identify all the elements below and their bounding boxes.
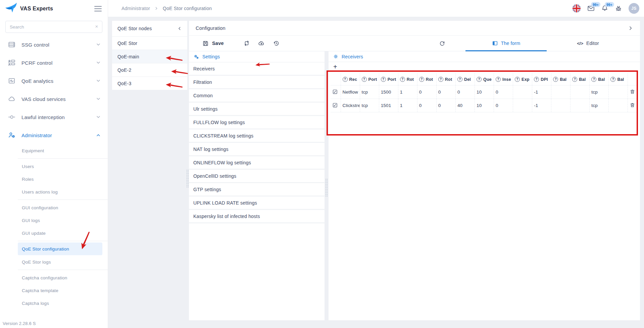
language-flag-icon[interactable] bbox=[572, 4, 581, 13]
delete-row-trash-icon[interactable] bbox=[630, 89, 635, 95]
sidebar-item-captcha-logs[interactable]: Captcha logs bbox=[0, 297, 108, 310]
help-icon[interactable]: ? bbox=[381, 77, 386, 82]
edit-row-icon[interactable] bbox=[332, 102, 338, 108]
help-icon[interactable]: ? bbox=[400, 77, 405, 82]
settings-item-gtp-settings[interactable]: GTP settings bbox=[189, 183, 325, 197]
nodes-panel-title: QoE Stor nodes bbox=[117, 26, 152, 31]
delete-row-trash-icon[interactable] bbox=[630, 102, 635, 108]
avatar[interactable]: JS bbox=[629, 3, 639, 14]
panel-resize-handle[interactable] bbox=[325, 178, 328, 197]
table-cell: tcp bbox=[590, 86, 609, 99]
help-icon[interactable]: ? bbox=[477, 77, 482, 82]
help-icon[interactable]: ? bbox=[610, 77, 615, 82]
bug-report-icon[interactable] bbox=[615, 5, 622, 12]
nodes-list: QoE StorQoE-mainQoE-2QoE-3 bbox=[112, 36, 187, 90]
node-item-qoe-3[interactable]: QoE-3 bbox=[112, 76, 187, 90]
receivers-table: ?Rec?Port?Port?Rot?Rot?Rot?Del?Que?Inse?… bbox=[331, 73, 637, 112]
analytics-icon bbox=[8, 77, 15, 85]
settings-item-uplink-load-rate-settings[interactable]: UPLINK LOAD RATE settings bbox=[189, 197, 325, 210]
column-header-dpi: ?DPI bbox=[532, 73, 551, 86]
settings-item-fullflow-log-settings[interactable]: FULLFLOW log settings bbox=[189, 116, 325, 129]
sidebar-item-ssg-control[interactable]: SSG control bbox=[0, 36, 108, 54]
add-receiver-button[interactable]: + bbox=[333, 63, 337, 70]
settings-item-clickstream-log-settings[interactable]: CLICKSTREAM log settings bbox=[189, 129, 325, 143]
search-input[interactable] bbox=[5, 21, 102, 33]
mail-icon[interactable]: 99+ bbox=[587, 5, 595, 12]
settings-item-kaspersky-list-of-infected-hosts[interactable]: Kaspersky list of infected hosts bbox=[189, 210, 325, 223]
help-icon[interactable]: ? bbox=[553, 77, 558, 82]
breadcrumb: Administrator QoE Stor configuration bbox=[108, 6, 212, 11]
settings-item-common[interactable]: Common bbox=[189, 89, 325, 103]
table-cell: 40 bbox=[455, 99, 475, 112]
sidebar-item-qoe-analytics[interactable]: QoE analytics bbox=[0, 72, 108, 90]
settings-item-onlineflow-log-settings[interactable]: ONLINEFLOW log settings bbox=[189, 156, 325, 170]
sidebar-item-captcha-template[interactable]: Captcha template bbox=[0, 284, 108, 297]
apply-to-nodes-icon[interactable] bbox=[243, 40, 250, 47]
help-icon[interactable]: ? bbox=[419, 77, 424, 82]
breadcrumb-section[interactable]: Administrator bbox=[121, 6, 150, 11]
table-cell bbox=[571, 86, 590, 99]
sidebar-item-qoe-stor-configuration[interactable]: QoE Stor configuration bbox=[18, 242, 102, 255]
sidebar-item-equipment[interactable]: Equipment bbox=[0, 144, 108, 157]
notifications-bell-icon[interactable]: 99+ bbox=[601, 5, 608, 12]
qoe-stor-nodes-panel: QoE Stor nodes QoE StorQoE-mainQoE-2QoE-… bbox=[112, 21, 187, 90]
settings-item-nat-log-settings[interactable]: NAT log settings bbox=[189, 143, 325, 156]
search-clear-icon[interactable]: × bbox=[94, 24, 99, 29]
settings-item-ulr-settings[interactable]: Ulr settings bbox=[189, 103, 325, 116]
sidebar-item-label: QoE analytics bbox=[21, 78, 96, 84]
column-header-port: ?Port bbox=[379, 73, 398, 86]
sidebar-item-lawful-interception[interactable]: Lawful interception bbox=[0, 108, 108, 126]
history-icon[interactable] bbox=[273, 40, 280, 47]
column-header-rot: ?Rot bbox=[417, 73, 436, 86]
sidebar-item-users-actions-log[interactable]: Users actions log bbox=[0, 185, 108, 198]
form-tab-icon bbox=[492, 40, 498, 46]
node-item-qoe-main[interactable]: QoE-main bbox=[112, 50, 187, 63]
receivers-panel: Receivers + ?Rec?Port?Port?Rot?Rot?Rot?D… bbox=[329, 51, 640, 320]
cloud-download-icon[interactable] bbox=[258, 40, 265, 47]
settings-item-filtration[interactable]: Filtration bbox=[189, 76, 325, 89]
panel-resize-handle[interactable] bbox=[186, 169, 189, 188]
expand-panel-chevron-icon[interactable] bbox=[628, 25, 633, 31]
help-icon[interactable]: ? bbox=[438, 77, 443, 82]
sidebar-item-qoe-stor-logs[interactable]: QoE Stor logs bbox=[0, 256, 108, 268]
sidebar-item-administrator[interactable]: Administrator bbox=[0, 126, 108, 144]
sidebar-item-roles[interactable]: Roles bbox=[0, 173, 108, 185]
collapse-panel-icon[interactable] bbox=[177, 26, 182, 31]
column-header-actions bbox=[628, 73, 637, 86]
column-header-rot: ?Rot bbox=[398, 73, 417, 86]
sidebar-item-gui-configuration[interactable]: GUI configuration bbox=[0, 201, 108, 214]
node-item-qoe-2[interactable]: QoE-2 bbox=[112, 63, 187, 76]
help-icon[interactable]: ? bbox=[515, 77, 520, 82]
sidebar-item-label: VAS cloud services bbox=[21, 96, 96, 102]
tab-the-form-label: The form bbox=[501, 41, 521, 46]
sidebar-item-captcha-configuration[interactable]: Captcha configuration bbox=[0, 271, 108, 284]
help-icon[interactable]: ? bbox=[457, 77, 462, 82]
help-icon[interactable]: ? bbox=[343, 77, 348, 82]
alerts-badge: 99+ bbox=[605, 2, 614, 7]
column-header-rot: ?Rot bbox=[436, 73, 455, 86]
sidebar-item-vas-cloud-services[interactable]: VAS cloud services bbox=[0, 90, 108, 108]
help-icon[interactable]: ? bbox=[496, 77, 501, 82]
edit-row-icon[interactable] bbox=[332, 89, 338, 95]
sidebar-item-gui-update[interactable]: GUI update bbox=[0, 227, 108, 239]
hamburger-menu-icon[interactable] bbox=[94, 6, 102, 11]
refresh-icon[interactable] bbox=[439, 40, 445, 47]
sidebar-item-users[interactable]: Users bbox=[0, 160, 108, 173]
submenu-divider bbox=[18, 200, 108, 200]
help-icon[interactable]: ? bbox=[534, 77, 539, 82]
topbar: Administrator QoE Stor configuration 99+… bbox=[108, 0, 644, 17]
save-button[interactable]: Save bbox=[202, 36, 224, 51]
sidebar-item-gui-logs[interactable]: GUI logs bbox=[0, 214, 108, 227]
sidebar-item-pcrf-control[interactable]: PCRF control bbox=[0, 54, 108, 72]
settings-item-receivers[interactable]: Receivers bbox=[189, 62, 325, 76]
help-icon[interactable]: ? bbox=[362, 77, 367, 82]
receivers-table-wrap: ?Rec?Port?Port?Rot?Rot?Rot?Del?Que?Inse?… bbox=[329, 73, 640, 112]
help-icon[interactable]: ? bbox=[572, 77, 577, 82]
node-item-qoe-stor[interactable]: QoE Stor bbox=[112, 36, 187, 50]
help-icon[interactable]: ? bbox=[591, 77, 596, 82]
tab-the-form[interactable]: The form bbox=[463, 36, 549, 51]
cloud-icon bbox=[8, 95, 15, 103]
tab-editor[interactable]: </> Editor bbox=[549, 36, 627, 51]
settings-item-opencellid-settings[interactable]: OpenCellID settings bbox=[189, 170, 325, 183]
table-cell: 10 bbox=[475, 86, 494, 99]
